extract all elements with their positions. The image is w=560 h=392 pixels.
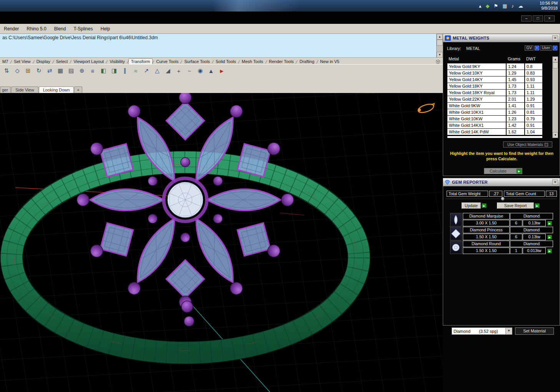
metal-weights-titlebar[interactable]: METAL WEIGHTS ✕	[443, 34, 560, 42]
metal-row[interactable]: White Gold:14K PdW 1.62 1.04	[447, 129, 542, 135]
user-info-icon[interactable]: i	[553, 46, 557, 50]
scroll-down-icon[interactable]: ▼	[553, 132, 558, 138]
metal-row[interactable]: Yellow Gold:10KY 1.29 0.83	[447, 70, 542, 76]
toolbar-icon-2[interactable]: ◇	[12, 66, 22, 76]
taskbar-clock[interactable]: 10:56 PM 9/8/2018	[540, 1, 558, 11]
metal-weights-close-icon[interactable]: ✕	[552, 35, 558, 41]
material-dropdown[interactable]: Diamond (3.52 spg) ▼	[452, 327, 512, 335]
save-report-button[interactable]: Save Report	[497, 203, 534, 209]
toolbar-icon-19[interactable]: ◉	[195, 66, 205, 76]
toolbar-icon-15[interactable]: △	[152, 66, 162, 76]
ribbon-tab-m7[interactable]: M7	[0, 59, 10, 64]
gem-go-button[interactable]: ▶	[546, 234, 553, 240]
ribbon-tab-mesh-tools[interactable]: Mesh Tools	[239, 59, 265, 64]
antivirus-icon[interactable]: ◆	[486, 3, 490, 8]
toolbar-icon-8[interactable]: ⊕	[77, 66, 87, 76]
viewport-tab--[interactable]: +	[74, 86, 82, 93]
scroll-thumb[interactable]	[437, 40, 443, 46]
metal-table-scrollbar[interactable]: ▲ ▼	[552, 56, 558, 138]
gv-info-icon[interactable]: i	[535, 46, 539, 50]
menu-item-rhino-5-0[interactable]: Rhino 5.0	[23, 26, 50, 32]
toolbar-icon-18[interactable]: ~	[184, 66, 194, 76]
gem-row[interactable]: Diamond Princess Diamond 1.50 X 1.50 6 0…	[443, 227, 560, 241]
viewport-3d[interactable]	[0, 93, 443, 392]
toolbar-icon-21[interactable]: ►	[217, 66, 227, 76]
toolbar-icon-3[interactable]: ⊞	[23, 66, 33, 76]
gem-reporter-titlebar[interactable]: GEM REPORTER ✕	[443, 178, 560, 186]
metal-row[interactable]: Yellow Gold:18KY 1.73 1.11	[447, 83, 542, 89]
user-button[interactable]: User	[540, 45, 552, 51]
center-round-gem[interactable]	[168, 182, 203, 218]
gv-button[interactable]: GV	[525, 45, 533, 51]
menu-item-t-splines[interactable]: T-Splines	[70, 26, 96, 32]
menu-item-blend[interactable]: Blend	[50, 26, 70, 32]
toolbar-icon-17[interactable]: +	[174, 66, 184, 76]
ribbon-tab-transform[interactable]: Transform	[128, 58, 153, 64]
network-icon[interactable]: ▦	[502, 3, 507, 8]
toolbar-icon-5[interactable]: ⇄	[45, 66, 55, 76]
toolbar-icon-1[interactable]: ⇅	[2, 66, 12, 76]
volume-icon[interactable]: ♪	[512, 3, 514, 8]
tab-options-gear-icon[interactable]	[435, 59, 440, 64]
splitter-knob[interactable]	[501, 197, 505, 201]
ribbon-tab-select[interactable]: Select	[54, 59, 70, 64]
ribbon-tab-viewport-layout[interactable]: Viewport Layout	[71, 59, 106, 64]
use-object-materials-button[interactable]: Use Object Materials	[503, 141, 552, 148]
ribbon-tab-drafting[interactable]: Drafting	[297, 59, 317, 64]
update-button[interactable]: Update	[462, 203, 481, 209]
action-center-flag-icon[interactable]: ⚑	[494, 3, 499, 8]
toolbar-icon-4[interactable]: ↻	[34, 66, 44, 76]
gem-reporter-close-icon[interactable]: ✕	[552, 179, 558, 185]
metal-row[interactable]: Yellow Gold:14KY 1.45 0.93	[447, 76, 542, 83]
ribbon-tab-new-in-v5[interactable]: New in V5	[318, 59, 342, 64]
command-area[interactable]: as C:\Users\Samee\Google Drive\Jess Deni…	[0, 34, 443, 58]
calculate-arrow-icon[interactable]: ▶	[517, 169, 522, 173]
gem-row[interactable]: Diamond Marquise Diamond 3.00 X 1.50 6 0…	[443, 213, 560, 227]
ribbon-tab-visibility[interactable]: Visibility	[107, 59, 127, 64]
ribbon-tab-solid-tools[interactable]: Solid Tools	[213, 59, 238, 64]
gem-go-button[interactable]: ▶	[546, 220, 553, 226]
ribbon-tab-set-view[interactable]: Set View	[12, 59, 33, 64]
viewport-tab-ger[interactable]: ger	[0, 86, 11, 93]
calculate-button[interactable]: Calculate ▶	[484, 168, 522, 174]
menu-item-render[interactable]: Render	[0, 26, 23, 32]
dropdown-arrow-icon[interactable]: ▼	[505, 328, 512, 334]
minimize-button[interactable]: –	[521, 15, 532, 22]
chevron-up-icon[interactable]: ▴	[479, 3, 482, 8]
scroll-thumb[interactable]	[553, 62, 558, 68]
toolbar-icon-16[interactable]: ◢	[163, 66, 173, 76]
command-scrollbar[interactable]: ▲ ▼	[436, 34, 443, 58]
ribbon-tab-curve-tools[interactable]: Curve Tools	[154, 59, 181, 64]
set-material-button[interactable]: Set Material	[515, 327, 554, 335]
toolbar-icon-12[interactable]: ∥	[120, 66, 130, 76]
viewport-3d-scene[interactable]	[0, 93, 443, 392]
scroll-up-icon[interactable]: ▲	[437, 34, 443, 40]
metal-row[interactable]: White Gold:10KW 1.23 0.79	[447, 116, 542, 122]
gem-row[interactable]: Diamond Round Diamond 1.50 X 1.50 1 0.01…	[443, 241, 560, 254]
system-tray[interactable]: ▴◆⚑▦♪☁	[479, 0, 523, 12]
metal-row[interactable]: White Gold:14KX1 1.42 0.91	[447, 122, 542, 128]
menu-item-help[interactable]: Help	[96, 26, 114, 32]
metal-row[interactable]: White Gold:9KW 1.41 0.91	[447, 103, 542, 109]
metal-row[interactable]: Yellow Gold:18KY Royal 1.73 1.11	[447, 90, 542, 96]
save-report-arrow-icon[interactable]: ▶	[535, 203, 540, 208]
scroll-up-icon[interactable]: ▲	[553, 56, 558, 62]
ribbon-tab-display[interactable]: Display	[34, 59, 53, 64]
toolbar-icon-20[interactable]: ▲	[206, 66, 216, 76]
ribbon-tab-surface-tools[interactable]: Surface Tools	[182, 59, 212, 64]
windows-taskbar[interactable]: ▴◆⚑▦♪☁ 10:56 PM 9/8/2018	[0, 0, 560, 12]
toolbar-icon-7[interactable]: ▤	[66, 66, 76, 76]
update-arrow-icon[interactable]: ▶	[482, 203, 487, 208]
metal-row[interactable]: Yellow Gold:22KY 2.01 1.29	[447, 96, 542, 102]
metal-row[interactable]: White Gold:10KX1 1.26 0.81	[447, 109, 542, 115]
toolbar-icon-11[interactable]: ◨	[109, 66, 119, 76]
viewport-tab-looking-down[interactable]: Looking Down	[39, 86, 74, 93]
toolbar-icon-10[interactable]: ◧	[98, 66, 108, 76]
toolbar-icon-6[interactable]: ▦	[55, 66, 65, 76]
close-button[interactable]: ×	[544, 15, 555, 22]
toolbar-icon-14[interactable]: ↗	[141, 66, 151, 76]
restore-button[interactable]: □	[533, 15, 543, 22]
scroll-down-icon[interactable]: ▼	[437, 52, 443, 58]
gem-go-button[interactable]: ▶	[546, 247, 553, 254]
ribbon-tab-render-tools[interactable]: Render Tools	[267, 59, 296, 64]
